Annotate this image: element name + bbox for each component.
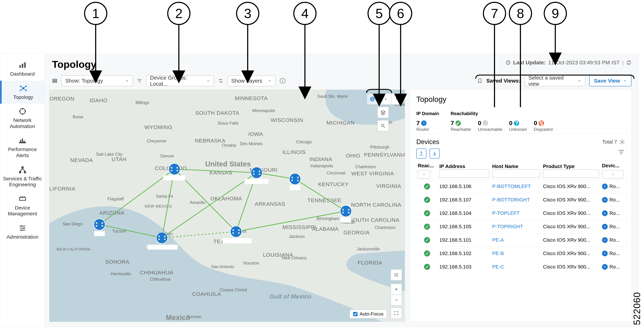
cell-host[interactable]: PE-C [491, 260, 542, 274]
summary-reachability: Reachability 7✓ Reachable 0⊘ Unreachable… [445, 111, 552, 132]
table-row[interactable]: ✓192.168.5.105P-TOPRIGHTCisco IOS XRv 90… [416, 220, 625, 233]
zoom-controls [390, 284, 402, 306]
product-filter-input[interactable] [543, 169, 599, 178]
table-row[interactable]: ✓192.168.5.101PE-ACisco IOS XRv 900...Ro… [416, 233, 625, 247]
auto-focus-checkbox[interactable] [353, 312, 358, 316]
col-product[interactable]: Product Type [542, 161, 600, 180]
degraded-count: 0 [534, 120, 537, 127]
chevron-left-button[interactable] [380, 94, 391, 104]
map-search-button[interactable] [378, 120, 388, 131]
table-row[interactable]: ✓192.168.5.103PE-CCisco IOS XRv 900...Ro… [416, 260, 625, 274]
list-view-icon[interactable] [52, 78, 58, 83]
col-reachability[interactable]: Reac... [416, 161, 438, 180]
router-icon [602, 251, 608, 256]
show-layers-selector[interactable]: Show Layers [227, 75, 276, 86]
svg-text:SOUTH DAKOTA: SOUTH DAKOTA [195, 110, 239, 116]
cell-host[interactable]: P-BOTTORIGHT [491, 193, 542, 207]
table-row[interactable]: ✓192.168.5.104P-TOPLEFTCisco IOS XRv 900… [416, 207, 625, 220]
cell-host[interactable]: P-TOPLEFT [491, 207, 542, 220]
sliders-icon[interactable] [218, 78, 223, 83]
sidebar-item-device-management[interactable]: Device Management [0, 191, 45, 220]
cell-host[interactable]: P-TOPRIGHT [491, 220, 542, 233]
filter-icon[interactable] [618, 149, 625, 156]
cell-device: Ro... [600, 220, 625, 233]
import-button[interactable] [430, 149, 440, 159]
cell-host[interactable]: P-BOTTOMLEFT [491, 180, 542, 193]
table-row[interactable]: ✓192.168.5.102PE-BCisco IOS XRv 900...Ro… [416, 247, 625, 260]
svg-point-161 [340, 205, 352, 217]
sidebar-item-administration[interactable]: Administration [0, 220, 45, 244]
refresh-icon[interactable] [626, 60, 632, 65]
auto-focus-toggle[interactable]: Auto-Focus [350, 310, 387, 319]
cell-ip: 192.168.5.102 [438, 247, 491, 260]
save-view-button[interactable]: Save View [589, 75, 632, 86]
callout-8: 8 [509, 2, 532, 25]
legend-button[interactable] [391, 270, 402, 280]
cell-host[interactable]: PE-B [491, 247, 542, 260]
reach-filter-select[interactable] [418, 170, 430, 179]
svg-text:Sault Ste. Marie: Sault Ste. Marie [317, 94, 348, 99]
svg-point-23 [22, 113, 23, 115]
layers-button[interactable] [378, 107, 388, 118]
svg-text:GEORGIA: GEORGIA [344, 230, 370, 235]
chevron-down-icon [206, 79, 210, 83]
show-selector[interactable]: Show: Topology [61, 75, 133, 86]
check-icon: ✓ [456, 120, 461, 126]
table-row[interactable]: ✓192.168.5.107P-BOTTORIGHTCisco IOS XRv … [416, 193, 625, 207]
node-pe-b[interactable]: PE-B [289, 173, 301, 190]
col-host[interactable]: Host Name [491, 161, 542, 180]
svg-text:Jackson: Jackson [289, 234, 304, 239]
page-title: Topology [52, 58, 96, 70]
router-icon [602, 210, 608, 216]
svg-text:Charleston: Charleston [355, 164, 376, 169]
router-icon [602, 264, 608, 270]
globe-view-button[interactable] [367, 94, 378, 104]
node-pe-a[interactable]: PE-A [94, 219, 105, 236]
svg-rect-32 [24, 171, 26, 173]
filter-bars-icon[interactable] [137, 78, 142, 83]
map-svg: MINNESOTA WISCONSIN MICHIGAN SOUTH DAKOT… [49, 90, 405, 322]
sidebar-item-performance-alerts[interactable]: Performance Alerts [0, 133, 45, 162]
device-groups-selector[interactable]: Device Groups: Locat... [146, 75, 214, 86]
cell-reach: ✓ [416, 233, 438, 247]
saved-view-selector[interactable]: Select a saved view [524, 75, 585, 86]
ip-filter-input[interactable] [440, 169, 489, 178]
cell-host[interactable]: PE-A [491, 233, 542, 247]
col-ip[interactable]: IP Address [438, 161, 491, 180]
svg-text:PE-B: PE-B [290, 185, 300, 190]
export-button[interactable] [416, 149, 426, 159]
dashboard-icon [18, 61, 27, 69]
sidebar-item-dashboard[interactable]: Dashboard [0, 57, 45, 81]
svg-text:TENNESSEE: TENNESSEE [308, 197, 342, 203]
svg-text:Santa Fe: Santa Fe [156, 194, 173, 199]
zoom-in-button[interactable] [391, 284, 402, 295]
svg-text:SONORA: SONORA [105, 259, 130, 265]
cell-device: Ro... [600, 247, 625, 260]
cell-reach: ✓ [416, 207, 438, 220]
chevron-right-button[interactable] [391, 94, 402, 104]
unreachable-label: Unreachable [478, 127, 502, 132]
svg-text:Jacksonville: Jacksonville [356, 247, 380, 251]
map-canvas[interactable]: Location MINNESOTA WISCONSIN MICHIGAN SO… [49, 89, 405, 322]
svg-text:ILLINOIS: ILLINOIS [282, 149, 306, 155]
table-row[interactable]: ✓192.168.5.106P-BOTTOMLEFTCisco IOS XRv … [416, 180, 625, 193]
gear-icon[interactable] [620, 139, 625, 145]
unknown-count: 0 [509, 120, 512, 127]
fit-to-screen-button[interactable] [391, 308, 402, 319]
bookmark-icon[interactable] [477, 78, 482, 83]
svg-line-17 [20, 86, 23, 88]
zoom-out-button[interactable] [391, 295, 402, 305]
chevron-down-icon [578, 79, 581, 83]
sidebar-item-services-traffic[interactable]: Services & Traffic Engineering [0, 162, 45, 191]
sidebar-item-topology[interactable]: Topology [0, 81, 45, 104]
node-pe-c[interactable]: PE-C [340, 205, 352, 223]
sidebar-item-network-automation[interactable]: Network Automation [0, 104, 45, 133]
topology-icon [19, 84, 27, 92]
svg-text:MINNESOTA: MINNESOTA [235, 95, 268, 101]
host-filter-input[interactable] [492, 169, 540, 178]
col-device[interactable]: Devic... [600, 161, 625, 180]
svg-text:Billings: Billings [136, 100, 149, 105]
info-icon[interactable] [280, 78, 286, 84]
svg-rect-9 [19, 65, 21, 68]
device-filter-select[interactable] [602, 170, 624, 179]
